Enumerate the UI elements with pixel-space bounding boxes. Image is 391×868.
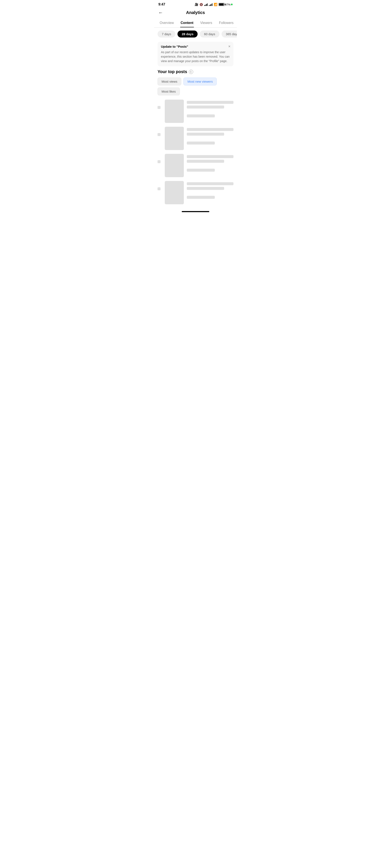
post-thumbnail: [165, 154, 184, 177]
update-banner: Update to "Posts" As part of our recent …: [157, 42, 234, 66]
tab-overview[interactable]: Overview: [156, 19, 177, 27]
status-time: 9:47: [158, 3, 165, 6]
page-title: Analytics: [186, 10, 205, 15]
home-indicator: [154, 209, 237, 214]
sort-most-views[interactable]: Most views: [157, 78, 181, 85]
table-row: [157, 127, 234, 150]
wifi-icon: 📶: [214, 3, 217, 6]
nav-tabs: Overview Content Viewers Followers LIVE: [154, 19, 237, 28]
filter-365days[interactable]: 365 days: [221, 31, 237, 37]
status-icons: 🎥 🔇 📶 97%: [194, 3, 233, 6]
post-details: [187, 127, 234, 145]
table-row: [157, 100, 234, 123]
update-banner-text: As part of our recent updates to improve…: [161, 50, 230, 63]
close-banner-button[interactable]: ×: [228, 44, 231, 49]
tab-content[interactable]: Content: [177, 19, 197, 27]
home-bar: [182, 211, 209, 212]
post-rank: [157, 154, 162, 163]
post-details: [187, 181, 234, 199]
skeleton-line: [187, 105, 224, 108]
charging-dot: [231, 4, 233, 5]
skeleton-line: [187, 169, 215, 172]
tab-viewers[interactable]: Viewers: [197, 19, 216, 27]
post-details: [187, 154, 234, 172]
section-title-row: Your top posts ℹ: [157, 69, 234, 74]
skeleton-line: [187, 160, 224, 163]
back-button[interactable]: ←: [158, 10, 163, 16]
filter-7days[interactable]: 7 days: [157, 31, 175, 37]
post-list: [157, 100, 234, 204]
top-posts-section: Your top posts ℹ Most views Most new vie…: [154, 69, 237, 204]
filter-60days[interactable]: 60 days: [200, 31, 219, 37]
post-rank: [157, 127, 162, 136]
post-thumbnail: [165, 100, 184, 123]
skeleton-line: [187, 196, 215, 199]
section-title: Your top posts: [157, 69, 187, 74]
skeleton-line: [187, 115, 215, 117]
skeleton-line: [187, 182, 234, 185]
battery-percent: 97%: [225, 3, 231, 6]
skeleton-line: [187, 133, 224, 135]
info-icon[interactable]: ℹ: [189, 70, 193, 74]
table-row: [157, 154, 234, 177]
update-banner-title: Update to "Posts": [161, 45, 230, 48]
page-header: ← Analytics: [154, 8, 237, 19]
camera-icon: 🎥: [194, 3, 198, 6]
skeleton-line: [187, 101, 234, 104]
tab-followers[interactable]: Followers: [216, 19, 237, 27]
muted-icon: 🔇: [200, 3, 203, 6]
skeleton-line: [187, 187, 224, 190]
sort-buttons: Most views Most new viewers Most likes: [157, 78, 234, 95]
post-rank: [157, 181, 162, 190]
signal-bars-1: [204, 3, 208, 6]
skeleton-line: [187, 142, 215, 145]
signal-bars-2: [209, 3, 212, 6]
sort-most-likes[interactable]: Most likes: [157, 88, 180, 95]
skeleton-line: [187, 155, 234, 158]
post-rank: [157, 100, 162, 109]
status-bar: 9:47 🎥 🔇 📶 97%: [154, 0, 237, 8]
sort-most-new-viewers[interactable]: Most new viewers: [183, 78, 217, 85]
time-filter-bar: 7 days 28 days 60 days 365 days Cu: [154, 28, 237, 40]
skeleton-line: [187, 128, 234, 131]
battery-indicator: 97%: [219, 3, 233, 6]
post-thumbnail: [165, 181, 184, 204]
post-thumbnail: [165, 127, 184, 150]
post-details: [187, 100, 234, 117]
table-row: [157, 181, 234, 204]
filter-28days[interactable]: 28 days: [178, 31, 198, 37]
